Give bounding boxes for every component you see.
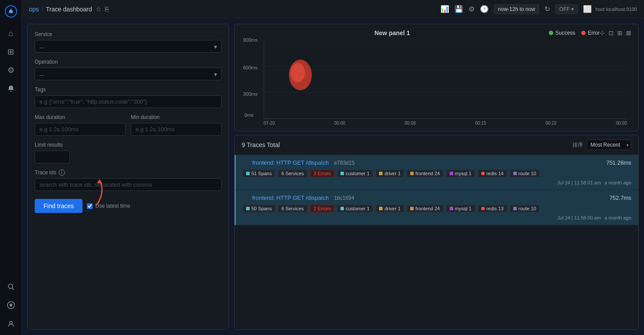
settings-icon[interactable]: ⚙ bbox=[469, 5, 475, 13]
use-latest-time-row: Use latest time bbox=[87, 203, 130, 209]
topbar-actions: 📊 💾 ⚙ 🕒 now-12h to now ↻ OFF ▾ ⬜ bbox=[440, 4, 592, 14]
sidebar-item-explore[interactable]: ⊞ bbox=[3, 44, 19, 60]
services-count-2: 6 Services bbox=[281, 206, 304, 211]
spans-count-2: 50 Spans bbox=[251, 206, 272, 211]
trace-item-header-2: frontend: HTTP GET /dispatch 1bc1694 752… bbox=[243, 195, 631, 201]
trace-ids-label: Trace ids bbox=[35, 169, 56, 176]
results-count: 9 Traces Total bbox=[242, 141, 280, 148]
errors-tag-1: 3 Errors bbox=[310, 169, 334, 177]
trace-time-ago-1: a month ago bbox=[605, 180, 631, 185]
right-panel: New panel 1 Success Error bbox=[234, 24, 639, 330]
breadcrumb-separator: / bbox=[42, 6, 43, 13]
x-label-5: 00:00 bbox=[616, 121, 627, 126]
chart-icon[interactable]: 📊 bbox=[440, 5, 449, 13]
monitor-icon[interactable]: ⬜ bbox=[583, 5, 592, 13]
max-duration-input[interactable] bbox=[35, 123, 125, 136]
use-latest-time-checkbox[interactable] bbox=[87, 203, 93, 209]
sort-select-wrap: Most Recent bbox=[587, 140, 631, 150]
tags-filter: Tags bbox=[35, 86, 222, 108]
off-badge[interactable]: OFF ▾ bbox=[555, 4, 578, 14]
chart-link-icon[interactable]: ⊞ bbox=[617, 29, 623, 36]
save-icon[interactable]: 💾 bbox=[454, 5, 463, 13]
route-tag-1: route 10 bbox=[510, 169, 540, 177]
chart-x-labels: 07-20 00:00 00:08 00:15 00:22 00:00 bbox=[264, 121, 627, 126]
chart-title: New panel 1 bbox=[242, 29, 543, 36]
trace-ids-info-icon[interactable]: i bbox=[59, 169, 65, 176]
services-tag-2: 6 Services bbox=[278, 205, 307, 213]
x-label-2: 00:08 bbox=[405, 121, 416, 126]
operation-select-wrap: ... bbox=[35, 68, 222, 80]
trace-meta-2: Jul 24 | 11:58:00 am a month ago bbox=[243, 215, 631, 220]
limit-input[interactable]: 20 bbox=[35, 151, 70, 163]
errors-count-1: 3 Errors bbox=[314, 171, 331, 176]
chart-crosshair-icon[interactable]: ⊹ bbox=[600, 29, 605, 36]
y-label-0: 0ms bbox=[244, 112, 254, 118]
sidebar-item-user[interactable] bbox=[3, 316, 19, 331]
refresh-icon[interactable]: ↻ bbox=[544, 5, 550, 13]
breadcrumb-ops[interactable]: ops bbox=[29, 6, 39, 13]
trace-name-2: frontend: HTTP GET /dispatch bbox=[252, 195, 329, 201]
results-panel: 9 Traces Total 排序 Most Recent bbox=[234, 135, 639, 330]
tags-input[interactable] bbox=[35, 95, 222, 108]
service-select-wrap: ... bbox=[35, 40, 222, 53]
time-range-picker[interactable]: now-12h to now bbox=[494, 4, 539, 14]
trace-tags-2: 50 Spans 6 Services 2 Errors customer 1 bbox=[243, 205, 631, 213]
topbar: ops / Trace dashboard ☆ ⎘ 📊 💾 ⚙ 🕒 now-12… bbox=[22, 0, 644, 18]
sidebar-item-settings[interactable]: ⚙ bbox=[3, 62, 19, 78]
sort-label: 排序 bbox=[572, 141, 583, 149]
legend-success-label: Success bbox=[555, 30, 575, 36]
services-count-1: 6 Services bbox=[281, 171, 304, 176]
trace-checkbox-2[interactable] bbox=[243, 195, 249, 201]
spans-tag-1: 51 Spans bbox=[243, 169, 275, 177]
driver-tag-1: driver 1 bbox=[376, 169, 404, 177]
customer-tag-1: customer 1 bbox=[337, 169, 373, 177]
filter-panel: Service ... Operation ... Tags bbox=[27, 24, 229, 330]
main-content: ops / Trace dashboard ☆ ⎘ 📊 💾 ⚙ 🕒 now-12… bbox=[22, 0, 644, 335]
chart-zoom-icon[interactable]: ⊡ bbox=[608, 29, 614, 36]
spans-count-1: 51 Spans bbox=[251, 171, 272, 176]
max-duration-label: Max duration bbox=[35, 114, 125, 120]
svg-point-4 bbox=[8, 284, 13, 288]
clock-icon[interactable]: 🕒 bbox=[480, 5, 489, 13]
share-icon[interactable]: ⎘ bbox=[105, 5, 109, 13]
use-latest-time-label: Use latest time bbox=[95, 203, 130, 209]
services-tag-1: 6 Services bbox=[278, 169, 307, 177]
service-label: Service bbox=[35, 31, 222, 37]
min-duration-filter: Min duration bbox=[131, 114, 222, 136]
legend-error: Error bbox=[581, 30, 600, 36]
trace-item-2[interactable]: frontend: HTTP GET /dispatch 1bc1694 752… bbox=[235, 190, 638, 225]
x-label-4: 00:22 bbox=[545, 121, 556, 126]
trace-ids-input[interactable] bbox=[35, 178, 222, 191]
breadcrumb-current: Trace dashboard bbox=[46, 6, 92, 13]
trace-checkbox-1[interactable] bbox=[243, 160, 249, 166]
sort-row: 排序 Most Recent bbox=[572, 140, 631, 150]
sidebar-item-alerts[interactable] bbox=[3, 81, 19, 97]
errors-tag-2: 2 Errors bbox=[310, 205, 334, 213]
sort-select[interactable]: Most Recent bbox=[587, 140, 631, 150]
operation-select[interactable]: ... bbox=[35, 68, 222, 80]
trace-ids-label-row: Trace ids i bbox=[35, 169, 222, 176]
sidebar-item-home[interactable]: ⌂ bbox=[3, 25, 19, 41]
mysql-tag-1: mysql 1 bbox=[446, 169, 475, 177]
min-duration-input[interactable] bbox=[131, 123, 222, 136]
app-logo[interactable] bbox=[3, 4, 19, 19]
star-icon[interactable]: ☆ bbox=[96, 5, 101, 13]
service-select[interactable]: ... bbox=[35, 40, 222, 53]
trace-tags-1: 51 Spans 6 Services 3 Errors customer 1 bbox=[243, 169, 631, 177]
chart-panel: New panel 1 Success Error bbox=[234, 24, 639, 131]
trace-ids-filter: Trace ids i bbox=[35, 169, 222, 191]
x-label-3: 00:15 bbox=[475, 121, 486, 126]
limit-filter: Limit results 20 bbox=[35, 142, 222, 163]
chart-legend: Success Error bbox=[549, 30, 600, 36]
errors-count-2: 2 Errors bbox=[314, 206, 331, 211]
chart-settings-icon[interactable]: ⊠ bbox=[626, 29, 631, 36]
duration-row: Max duration Min duration bbox=[35, 114, 222, 136]
sidebar-item-github[interactable] bbox=[3, 297, 19, 313]
trace-item[interactable]: frontend: HTTP GET /dispatch e783d15 751… bbox=[235, 155, 638, 190]
find-traces-button[interactable]: Find traces bbox=[35, 199, 82, 213]
svg-point-2 bbox=[9, 10, 13, 13]
y-label-900: 900ms bbox=[243, 37, 258, 43]
sidebar-item-search[interactable] bbox=[3, 279, 19, 295]
breadcrumb: ops / Trace dashboard bbox=[29, 6, 92, 13]
min-duration-label: Min duration bbox=[131, 114, 222, 120]
